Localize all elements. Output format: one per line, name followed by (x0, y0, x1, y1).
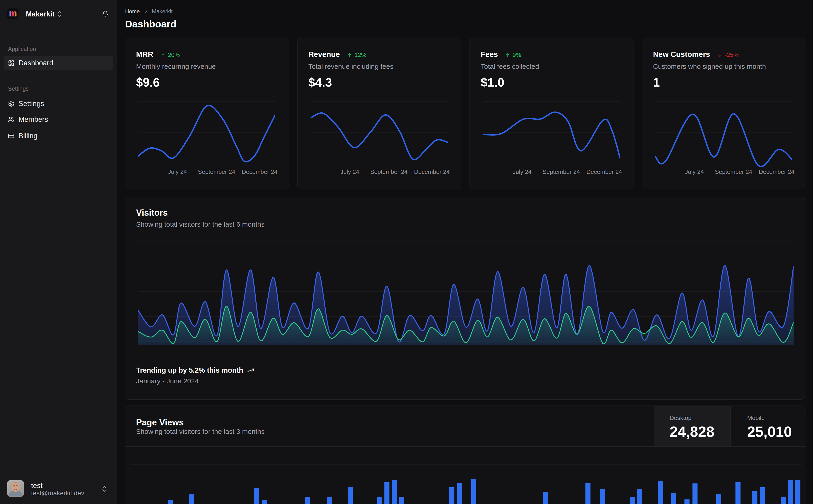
svg-text:m: m (9, 8, 17, 18)
